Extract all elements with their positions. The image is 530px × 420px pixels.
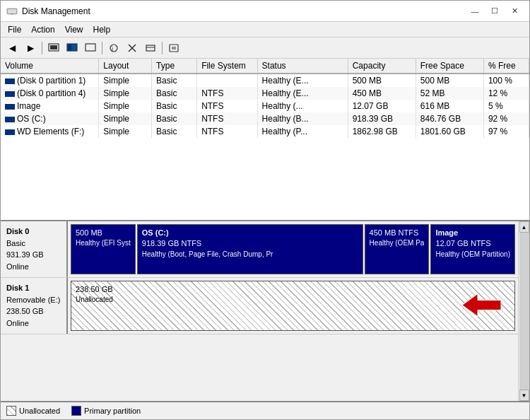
scrollbar: ▲ ▼ <box>518 221 529 401</box>
cell-filesystem: NTFS <box>197 87 257 100</box>
arrow-indicator <box>462 291 501 322</box>
disk-visual-area: Disk 0 Basic 931.39 GB Online500 MBHealt… <box>1 221 529 401</box>
legend-box-primary <box>71 406 81 416</box>
partition-size: 12.07 GB NTFS <box>435 238 510 249</box>
col-header-volume: Volume <box>1 59 99 74</box>
cell-layout: Simple <box>99 87 152 100</box>
cell-freespace: 616 MB <box>416 100 483 112</box>
svg-rect-12 <box>170 45 178 52</box>
disk-size: 931.39 GB <box>6 249 61 261</box>
toolbar-btn1[interactable] <box>45 40 62 56</box>
svg-rect-10 <box>146 45 155 51</box>
menu-file[interactable]: File <box>4 23 25 36</box>
disk-row-0: Disk 0 Basic 931.39 GB Online500 MBHealt… <box>1 221 518 278</box>
window-title: Disk Management <box>22 6 90 16</box>
toolbar-btn7[interactable] <box>165 40 182 56</box>
partition-size: 500 MB <box>76 228 131 238</box>
cell-capacity: 1862.98 GB <box>348 125 416 138</box>
cell-type: Basic <box>152 100 197 112</box>
col-header-pctfree: % Free <box>483 59 529 74</box>
menu-help[interactable]: Help <box>89 23 115 36</box>
scroll-track[interactable] <box>519 233 529 390</box>
toolbar-btn4[interactable]: i <box>105 40 122 56</box>
cell-pctfree: 5 % <box>483 100 529 112</box>
cell-pctfree: 100 % <box>483 74 529 87</box>
partition-0-1[interactable]: OS (C:)918.39 GB NTFSHealthy (Boot, Page… <box>137 224 363 274</box>
table-row[interactable]: (Disk 0 partition 4) Simple Basic NTFS H… <box>1 87 529 100</box>
toolbar-btn6[interactable] <box>142 40 159 56</box>
cell-type: Basic <box>152 87 197 100</box>
toolbar-forward[interactable]: ▶ <box>22 40 39 56</box>
disk-row-wrapper-0: Disk 0 Basic 931.39 GB Online500 MBHealt… <box>1 221 518 278</box>
partition-size: 238.50 GB <box>76 284 510 295</box>
partition-status: Healthy (EFI Syst <box>76 238 131 248</box>
cell-status: Healthy (E... <box>257 87 348 100</box>
partition-0-0[interactable]: 500 MBHealthy (EFI Syst <box>71 224 136 274</box>
svg-marker-15 <box>462 294 501 317</box>
partition-1-0[interactable]: 238.50 GBUnallocated <box>71 281 515 331</box>
scroll-down-button[interactable]: ▼ <box>519 390 529 401</box>
cell-volume: (Disk 0 partition 1) <box>1 74 99 87</box>
disk-name: Disk 1 <box>6 282 61 294</box>
cell-pctfree: 12 % <box>483 87 529 100</box>
cell-capacity: 450 MB <box>348 87 416 100</box>
table-row[interactable]: OS (C:) Simple Basic NTFS Healthy (B... … <box>1 112 529 125</box>
disk-name: Disk 0 <box>6 226 61 238</box>
legend-primary: Primary partition <box>71 406 141 416</box>
menu-action[interactable]: Action <box>27 23 59 36</box>
disk-row-wrapper-1: Disk 1 Removable (E:) 238.50 GB Online23… <box>1 278 518 334</box>
col-header-capacity: Capacity <box>348 59 416 74</box>
partition-0-3[interactable]: Image12.07 GB NTFSHealthy (OEM Partition… <box>430 224 515 274</box>
cell-status: Healthy (P... <box>257 125 348 138</box>
cell-volume: Image <box>1 100 99 112</box>
legend-unallocated: Unallocated <box>6 406 60 416</box>
table-row[interactable]: Image Simple Basic NTFS Healthy (... 12.… <box>1 100 529 112</box>
scroll-up-button[interactable]: ▲ <box>519 221 529 233</box>
col-header-layout: Layout <box>99 59 152 74</box>
menu-view[interactable]: View <box>61 23 88 36</box>
cell-filesystem: NTFS <box>197 125 257 138</box>
partition-name: Image <box>435 228 510 238</box>
cell-filesystem: NTFS <box>197 112 257 125</box>
partition-status: Unallocated <box>76 295 510 305</box>
table-row[interactable]: (Disk 0 partition 1) Simple Basic Health… <box>1 74 529 87</box>
toolbar-back[interactable]: ◀ <box>4 40 20 56</box>
disk-table-section: Volume Layout Type File System Status Ca… <box>1 59 529 221</box>
svg-rect-7 <box>86 44 95 51</box>
title-controls: — ☐ ✕ <box>466 5 524 18</box>
partition-size: 918.39 GB NTFS <box>142 238 358 249</box>
legend-label-primary: Primary partition <box>84 407 141 415</box>
cell-layout: Simple <box>99 100 152 112</box>
cell-capacity: 918.39 GB <box>348 112 416 125</box>
cell-type: Basic <box>152 125 197 138</box>
disk-partitions-1: 238.50 GBUnallocated <box>68 278 518 334</box>
col-header-type: Type <box>152 59 197 74</box>
minimize-button[interactable]: — <box>466 5 484 18</box>
maximize-button[interactable]: ☐ <box>485 5 504 18</box>
main-content: Volume Layout Type File System Status Ca… <box>1 59 529 419</box>
disk-size: 238.50 GB <box>6 305 61 317</box>
legend: Unallocated Primary partition <box>1 401 529 419</box>
toolbar-btn3[interactable] <box>82 40 99 56</box>
svg-rect-4 <box>50 45 57 49</box>
partition-status: Healthy (OEM Pa <box>370 238 425 248</box>
cell-volume: OS (C:) <box>1 112 99 125</box>
partition-name: OS (C:) <box>142 228 358 238</box>
close-button[interactable]: ✕ <box>505 5 524 18</box>
col-header-freespace: Free Space <box>416 59 483 74</box>
title-bar: Disk Management — ☐ ✕ <box>1 1 529 22</box>
cell-capacity: 500 MB <box>348 74 416 87</box>
partition-0-2[interactable]: 450 MB NTFSHealthy (OEM Pa <box>365 224 430 274</box>
toolbar-btn5[interactable] <box>124 40 141 56</box>
cell-freespace: 1801.60 GB <box>416 125 483 138</box>
cell-freespace: 846.76 GB <box>416 112 483 125</box>
cell-pctfree: 92 % <box>483 112 529 125</box>
disk-status: Online <box>6 317 61 329</box>
table-row[interactable]: WD Elements (F:) Simple Basic NTFS Healt… <box>1 125 529 138</box>
cell-capacity: 12.07 GB <box>348 100 416 112</box>
toolbar-btn2[interactable] <box>64 40 81 56</box>
svg-rect-6 <box>68 45 71 50</box>
partition-status: Healthy (Boot, Page File, Crash Dump, Pr <box>142 250 358 259</box>
app-icon <box>6 6 18 17</box>
cell-type: Basic <box>152 112 197 125</box>
